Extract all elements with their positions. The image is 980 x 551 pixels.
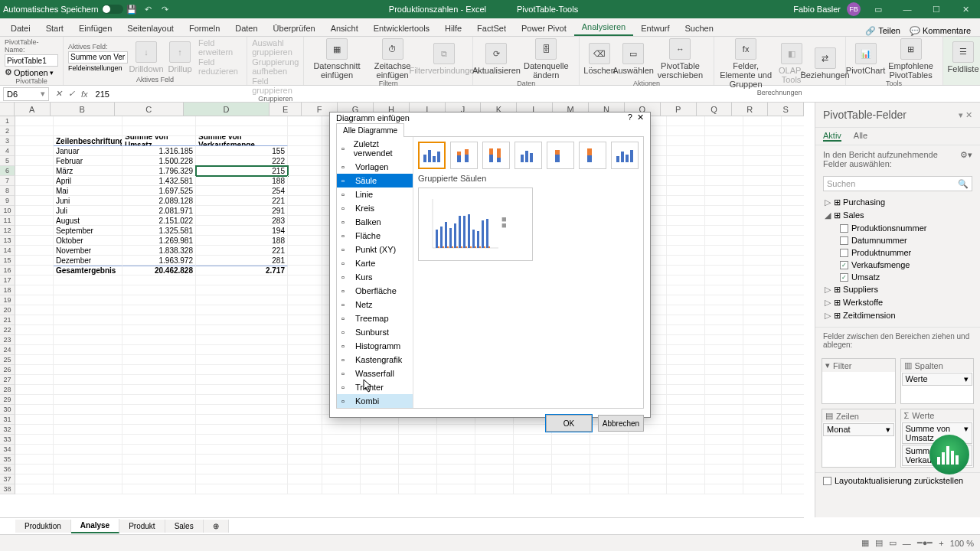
row-header-2[interactable]: 2 <box>0 126 15 136</box>
row-header-33[interactable]: 33 <box>0 435 15 445</box>
chart-category-linie[interactable]: ▫Linie <box>337 187 413 201</box>
row-header-30[interactable]: 30 <box>0 405 15 415</box>
chart-category-punktxy[interactable]: ▫Punkt (XY) <box>337 243 413 256</box>
row-header-27[interactable]: 27 <box>0 375 15 385</box>
row-header-29[interactable]: 29 <box>0 395 15 405</box>
tab-suchen[interactable]: Suchen <box>678 21 721 36</box>
tab-analysieren[interactable]: Analysieren <box>574 19 633 36</box>
relations-button[interactable]: ⇄Beziehungen <box>810 47 841 80</box>
chart-category-vorlagen[interactable]: ▫Vorlagen <box>337 160 413 174</box>
row-header-7[interactable]: 7 <box>0 176 15 186</box>
sheet-tab-analyse[interactable]: Analyse <box>71 519 119 533</box>
filter-area[interactable]: ▾Filter <box>822 358 896 404</box>
col-header-E[interactable]: E <box>270 103 302 116</box>
row-header-1[interactable]: 1 <box>0 116 15 126</box>
row-header-8[interactable]: 8 <box>0 186 15 196</box>
row-header-10[interactable]: 10 <box>0 206 15 216</box>
row-header-9[interactable]: 9 <box>0 196 15 206</box>
rows-area[interactable]: ▤ZeilenMonat▾ <box>822 409 896 468</box>
col-header-S[interactable]: S <box>768 103 804 116</box>
tab-hilfe[interactable]: Hilfe <box>437 21 469 36</box>
fx-icon[interactable]: fx <box>78 90 91 99</box>
pivotchart-button[interactable]: 📊PivotChart <box>851 43 881 75</box>
row-header-28[interactable]: 28 <box>0 385 15 395</box>
row-header-32[interactable]: 32 <box>0 425 15 435</box>
tab-start[interactable]: Start <box>38 21 71 36</box>
tab-ansicht[interactable]: Ansicht <box>323 21 366 36</box>
subtype-clustered-column[interactable] <box>418 142 446 169</box>
comments-button[interactable]: 💬 Kommentare <box>910 26 971 36</box>
select-all[interactable] <box>0 103 15 116</box>
row-header-24[interactable]: 24 <box>0 345 15 355</box>
chart-category-kastengrafik[interactable]: ▫Kastengrafik <box>337 353 413 367</box>
tab-entwurf[interactable]: Entwurf <box>633 21 677 36</box>
col-header-R[interactable]: R <box>732 103 768 116</box>
tab-power pivot[interactable]: Power Pivot <box>514 21 574 36</box>
field-checkbox[interactable] <box>840 224 848 233</box>
pane-tab-all[interactable]: Alle <box>854 131 867 142</box>
col-header-Q[interactable]: Q <box>697 103 733 116</box>
chart-category-kurs[interactable]: ▫Kurs <box>337 270 413 284</box>
cancel-formula-icon[interactable]: ✕ <box>52 89 65 99</box>
field-group-zeitdimension[interactable]: ▷⊞ Zeitdimension <box>818 309 977 322</box>
chart-category-kombi[interactable]: ▫Kombi <box>337 394 413 408</box>
name-box[interactable]: D6▾ <box>3 87 49 101</box>
row-header-23[interactable]: 23 <box>0 335 15 345</box>
row-header-5[interactable]: 5 <box>0 156 15 166</box>
refresh-button[interactable]: ⟳Aktualisieren <box>478 43 514 75</box>
formula-input[interactable]: 215 <box>91 90 980 99</box>
sheet-tab-produktion[interactable]: Produktion <box>15 520 71 533</box>
col-header-D[interactable]: D <box>184 103 270 116</box>
redo-icon[interactable]: ↷ <box>158 2 172 16</box>
chart-category-zuletztverwendet[interactable]: ▫Zuletzt verwendet <box>337 137 413 160</box>
tab-seitenlayout[interactable]: Seitenlayout <box>119 21 181 36</box>
tab-formeln[interactable]: Formeln <box>181 21 227 36</box>
chart-category-sule[interactable]: ▫Säule <box>337 174 413 187</box>
row-header-16[interactable]: 16 <box>0 266 15 276</box>
chart-category-balken[interactable]: ▫Balken <box>337 215 413 229</box>
new-sheet-button[interactable]: ⊕ <box>204 520 229 533</box>
row-header-15[interactable]: 15 <box>0 256 15 266</box>
chart-category-sunburst[interactable]: ▫Sunburst <box>337 325 413 339</box>
field-settings[interactable]: Feldeinstellungen <box>68 64 128 72</box>
row-header-38[interactable]: 38 <box>0 484 15 494</box>
field-produktionsnummer[interactable]: Produktionsnummer <box>818 222 977 234</box>
tab-einfügen[interactable]: Einfügen <box>71 21 119 36</box>
row-header-20[interactable]: 20 <box>0 305 15 315</box>
share-button[interactable]: 🔗 Teilen <box>865 26 900 36</box>
row-header-22[interactable]: 22 <box>0 325 15 335</box>
active-field-input[interactable] <box>68 51 128 64</box>
sheet-tab-sales[interactable]: Sales <box>165 520 204 533</box>
defer-checkbox[interactable] <box>823 477 831 485</box>
slicer-button[interactable]: ▦Datenschnitt einfügen <box>309 38 364 80</box>
zoom-slider[interactable]: ━●━ <box>917 538 933 548</box>
cancel-button[interactable]: Abbrechen <box>598 415 644 432</box>
fields-items-button[interactable]: fxFelder, Elemente und Gruppen <box>719 38 773 89</box>
tab-datei[interactable]: Datei <box>3 21 38 36</box>
chart-category-trichter[interactable]: ▫Trichter <box>337 380 413 394</box>
chart-category-kreis[interactable]: ▫Kreis <box>337 201 413 215</box>
row-header-37[interactable]: 37 <box>0 474 15 484</box>
col-header-C[interactable]: C <box>115 103 184 116</box>
recommended-pt-button[interactable]: ⊞Empfohlene PivotTables <box>884 38 938 80</box>
area-item[interactable]: Werte▾ <box>902 373 973 386</box>
autosave-toggle[interactable]: Automatisches Speichern <box>3 5 123 14</box>
area-item[interactable]: Monat▾ <box>823 423 894 436</box>
undo-icon[interactable]: ↶ <box>142 2 155 16</box>
row-header-12[interactable]: 12 <box>0 226 15 236</box>
dialog-help-icon[interactable]: ? <box>628 112 632 122</box>
subtype-100-stacked[interactable] <box>482 142 510 169</box>
field-checkbox[interactable] <box>840 261 848 269</box>
tab-factset[interactable]: FactSet <box>469 21 514 36</box>
field-checkbox[interactable] <box>840 249 848 257</box>
row-header-14[interactable]: 14 <box>0 246 15 256</box>
field-group-sales[interactable]: ◢⊞ Sales <box>818 209 977 222</box>
subtype-3d-stacked[interactable] <box>547 142 574 169</box>
minimize-icon[interactable]: — <box>896 0 919 18</box>
row-header-25[interactable]: 25 <box>0 355 15 365</box>
field-umsatz[interactable]: Umsatz <box>818 271 977 283</box>
pane-close-icon[interactable]: ✕ <box>965 110 972 119</box>
ok-button[interactable]: OK <box>546 415 592 432</box>
sheet-tab-produkt[interactable]: Produkt <box>119 520 165 533</box>
save-icon[interactable]: 💾 <box>125 2 139 16</box>
